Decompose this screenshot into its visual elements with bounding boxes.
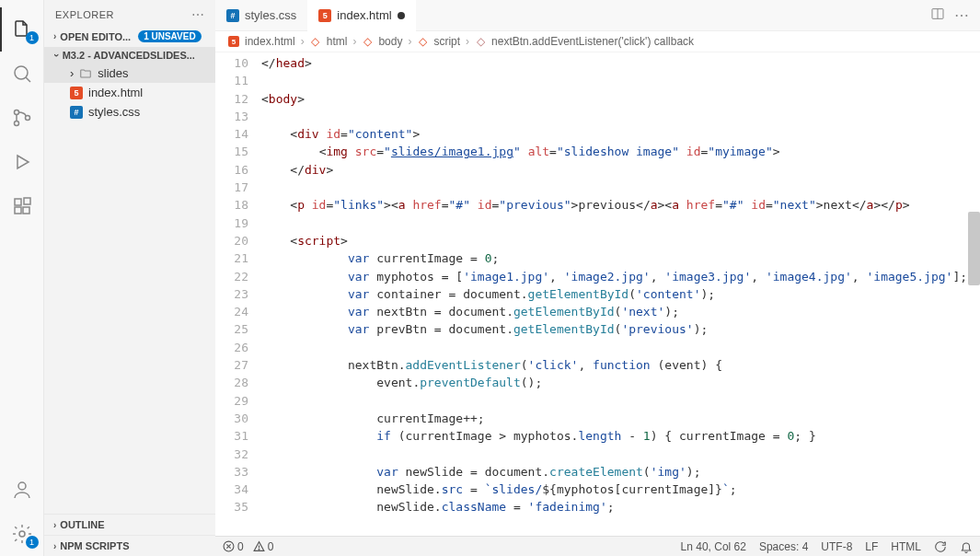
encoding-status[interactable]: UTF-8 [821,540,852,553]
svg-point-0 [15,66,28,79]
outline-section[interactable]: › OUTLINE [48,516,212,533]
chevron-right-icon: › [466,35,469,48]
open-editors-section[interactable]: › OPEN EDITO... 1 UNSAVED [48,28,212,45]
svg-point-2 [14,110,18,115]
tag-icon: ◇ [417,36,428,47]
search-icon[interactable] [0,52,44,96]
explorer-title: EXPLORER [55,9,114,20]
scrollbar-vertical[interactable] [968,212,980,285]
settings-badge: 1 [26,536,39,549]
split-editor-icon[interactable] [930,6,945,24]
npm-scripts-section[interactable]: › NPM SCRIPTS [48,538,212,554]
function-icon: ◇ [475,36,486,47]
svg-point-18 [259,549,259,550]
tree-file-styles[interactable]: # styles.css [44,102,215,122]
eol-status[interactable]: LF [865,540,878,553]
unsaved-badge: 1 UNSAVED [138,30,202,42]
status-bar: 0 0 Ln 40, Col 62 Spaces: 4 UTF-8 LF HTM… [215,536,980,556]
tree-folder-slides[interactable]: › slides [44,64,215,83]
extensions-icon[interactable] [0,184,44,228]
chevron-right-icon: › [53,541,56,551]
folder-icon [79,67,92,80]
code-content[interactable]: </head><body> <div id="content"> <img sr… [261,52,980,536]
code-editor[interactable]: 1011121314151617181920212223242526272829… [215,52,980,536]
svg-marker-5 [17,156,29,168]
feedback-icon[interactable] [934,540,947,553]
tag-icon: ◇ [310,36,321,47]
chevron-right-icon: › [53,520,56,530]
tree-file-index[interactable]: 5 index.html [44,83,215,102]
html-file-icon: 5 [228,36,239,47]
html-file-icon: 5 [318,9,331,22]
css-file-icon: # [226,9,239,22]
html-file-icon: 5 [70,87,83,99]
svg-line-1 [26,77,30,82]
chevron-right-icon: › [408,35,411,48]
editor-area: # styles.css 5 index.html ⋯ 5 index.html… [215,0,980,556]
account-icon[interactable] [0,468,44,512]
svg-rect-7 [15,207,21,214]
tab-bar: # styles.css 5 index.html ⋯ [215,0,980,31]
tab-styles[interactable]: # styles.css [215,0,307,31]
svg-rect-9 [24,198,30,204]
notifications-icon[interactable] [960,540,973,553]
chevron-right-icon: › [53,31,56,41]
folder-root[interactable]: › M3.2 - ADVANCEDSLIDES... [44,47,215,64]
source-control-icon[interactable] [0,96,44,140]
tag-icon: ◇ [362,36,373,47]
activity-bar: 1 1 [0,0,44,556]
more-icon[interactable]: ⋯ [191,7,205,22]
chevron-right-icon: › [301,35,305,48]
unsaved-dot-icon [398,12,405,19]
explorer-badge: 1 [26,31,39,44]
more-actions-icon[interactable]: ⋯ [954,6,969,24]
svg-point-10 [18,482,26,490]
indentation-status[interactable]: Spaces: 4 [759,540,808,553]
css-file-icon: # [70,106,83,119]
svg-point-3 [14,122,18,126]
warnings-status[interactable]: 0 [253,540,274,553]
svg-point-11 [19,531,25,537]
settings-icon[interactable]: 1 [0,512,44,556]
cursor-position[interactable]: Ln 40, Col 62 [681,540,746,553]
language-status[interactable]: HTML [891,540,921,553]
chevron-down-icon: › [52,53,63,57]
chevron-right-icon: › [70,66,74,80]
debug-icon[interactable] [0,140,44,184]
errors-status[interactable]: 0 [223,540,244,553]
svg-rect-8 [23,207,29,214]
breadcrumb[interactable]: 5 index.html › ◇ html › ◇ body › ◇ scrip… [215,31,980,52]
tab-index[interactable]: 5 index.html [307,0,415,31]
line-gutter: 1011121314151617181920212223242526272829… [215,52,261,536]
svg-rect-6 [15,199,21,205]
svg-point-4 [25,116,29,121]
explorer-icon[interactable]: 1 [0,7,44,52]
sidebar: EXPLORER ⋯ › OPEN EDITO... 1 UNSAVED › M… [44,0,215,556]
chevron-right-icon: › [352,35,356,48]
